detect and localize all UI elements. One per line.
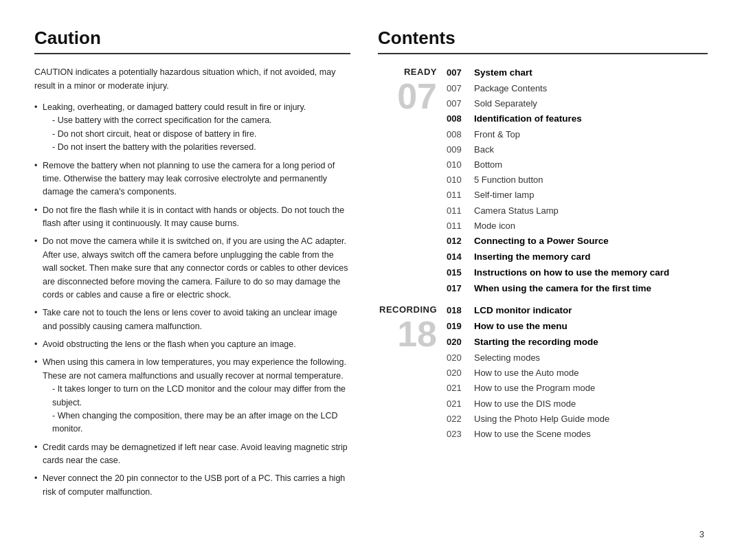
entry-row: 019How to use the menu (447, 319, 708, 335)
entry-title: Using the Photo Help Guide mode (474, 412, 609, 427)
entries-list: 007System chart007Package Contents007Sol… (447, 65, 708, 296)
caution-list-item: Take care not to touch the lens or lens … (34, 306, 350, 333)
caution-sub-item: - When changing the composition, there m… (43, 410, 350, 436)
entry-page: 011 (447, 203, 474, 219)
entry-page: 010 (447, 157, 474, 172)
entry-row: 014Inserting the memory card (447, 249, 708, 265)
entry-row: 009Back (447, 142, 708, 157)
entry-row: 020Selecting modes (447, 350, 708, 366)
caution-list-item: Do not fire the flash while it is in con… (34, 204, 350, 231)
entry-row: 011Mode icon (447, 219, 708, 234)
entry-title: Front & Top (474, 127, 520, 142)
section-label: READY07 (378, 65, 447, 296)
entry-row: 017When using the camera for the first t… (447, 281, 708, 297)
entry-title: Identification of features (474, 111, 582, 127)
caution-title: Caution (34, 27, 350, 54)
contents-section: Contents READY07007System chart007Packag… (378, 27, 708, 533)
entry-title: Connecting to a Power Source (474, 234, 609, 249)
entry-row: 021How to use the Program mode (447, 381, 708, 396)
caution-sub-item: - Do not short circuit, heat or dispose … (43, 128, 350, 141)
entry-page: 019 (447, 319, 474, 334)
entry-row: 010Bottom (447, 157, 708, 172)
entry-row: 020Starting the recording mode (447, 335, 708, 350)
entry-page: 022 (447, 412, 474, 427)
section-label: RECORDING18 (378, 303, 447, 441)
contents-section-0: READY07007System chart007Package Content… (378, 65, 708, 296)
contents-section-1: RECORDING18018LCD monitor indicator019Ho… (378, 303, 708, 441)
entry-title: When using the camera for the first time (474, 281, 651, 297)
entry-title: Self-timer lamp (474, 188, 534, 203)
section-label-number: 18 (397, 316, 437, 352)
entry-page: 011 (447, 188, 474, 203)
entry-row: 018LCD monitor indicator (447, 303, 708, 319)
entry-title: Camera Status Lamp (474, 203, 559, 219)
entry-page: 017 (447, 281, 474, 296)
caution-sub-item: - Do not insert the battery with the pol… (43, 141, 350, 154)
contents-title: Contents (378, 27, 708, 54)
entry-title: LCD monitor indicator (474, 303, 572, 319)
entry-title: Selecting modes (474, 350, 540, 366)
entry-title: How to use the Program mode (474, 381, 595, 396)
contents-body: READY07007System chart007Package Content… (378, 65, 708, 449)
entry-row: 011Self-timer lamp (447, 188, 708, 203)
entry-row: 020How to use the Auto mode (447, 366, 708, 381)
entry-page: 014 (447, 249, 474, 265)
caution-list-item: Avoid obstructing the lens or the flash … (34, 338, 350, 351)
entry-row: 015Instructions on how to use the memory… (447, 265, 708, 281)
section-label-word: READY (404, 67, 437, 77)
caution-list-item: When using this camera in low temperatur… (34, 356, 350, 436)
caution-list-item: Never connect the 20 pin connector to th… (34, 472, 350, 499)
entry-row: 021How to use the DIS mode (447, 396, 708, 412)
caution-sub-item: - Use battery with the correct specifica… (43, 114, 350, 127)
entry-page: 020 (447, 335, 474, 350)
entry-title: System chart (474, 65, 532, 81)
entry-row: 0105 Function button (447, 172, 708, 188)
entry-page: 012 (447, 234, 474, 249)
entry-title: How to use the Scene modes (474, 427, 591, 442)
entries-list: 018LCD monitor indicator019How to use th… (447, 303, 708, 441)
entry-row: 012Connecting to a Power Source (447, 234, 708, 249)
entry-page: 021 (447, 396, 474, 412)
entry-row: 022Using the Photo Help Guide mode (447, 412, 708, 427)
entry-page: 021 (447, 381, 474, 396)
entry-page: 008 (447, 127, 474, 142)
entry-row: 007System chart (447, 65, 708, 81)
entry-page: 020 (447, 366, 474, 381)
entry-title: Sold Separately (474, 96, 537, 111)
entry-page: 007 (447, 96, 474, 111)
entry-row: 008Front & Top (447, 127, 708, 142)
caution-list-item: Remove the battery when not planning to … (34, 159, 350, 199)
entry-page: 020 (447, 350, 474, 366)
caution-list-item: Do not move the camera while it is switc… (34, 235, 350, 302)
entry-title: Instructions on how to use the memory ca… (474, 265, 669, 281)
entry-page: 008 (447, 111, 474, 126)
entry-page: 007 (447, 81, 474, 96)
caution-section: Caution CAUTION indicates a potentially … (34, 27, 350, 533)
entry-title: Package Contents (474, 81, 547, 96)
page-number: 3 (699, 529, 704, 539)
entry-row: 007Sold Separately (447, 96, 708, 111)
caution-intro: CAUTION indicates a potentially hazardou… (34, 65, 350, 93)
entry-title: How to use the menu (474, 319, 567, 335)
entry-title: How to use the DIS mode (474, 396, 576, 412)
entry-title: Inserting the memory card (474, 249, 591, 265)
entry-page: 018 (447, 303, 474, 318)
caution-list-item: Credit cards may be demagnetized if left… (34, 441, 350, 468)
entry-page: 015 (447, 265, 474, 280)
entry-page: 010 (447, 172, 474, 188)
caution-list: Leaking, overheating, or damaged battery… (34, 101, 350, 504)
entry-title: Back (474, 142, 494, 157)
entry-title: Mode icon (474, 219, 515, 234)
entry-title: Bottom (474, 157, 502, 172)
section-label-number: 07 (397, 78, 437, 114)
entry-page: 023 (447, 427, 474, 442)
entry-title: How to use the Auto mode (474, 366, 578, 381)
caution-sub-item: - It takes longer to turn on the LCD mon… (43, 383, 350, 410)
entry-row: 023How to use the Scene modes (447, 427, 708, 442)
entry-row: 011Camera Status Lamp (447, 203, 708, 219)
caution-list-item: Leaking, overheating, or damaged battery… (34, 101, 350, 155)
entry-row: 008Identification of features (447, 111, 708, 127)
entry-row: 007Package Contents (447, 81, 708, 96)
section-label-word: RECORDING (379, 304, 437, 315)
entry-page: 011 (447, 219, 474, 234)
